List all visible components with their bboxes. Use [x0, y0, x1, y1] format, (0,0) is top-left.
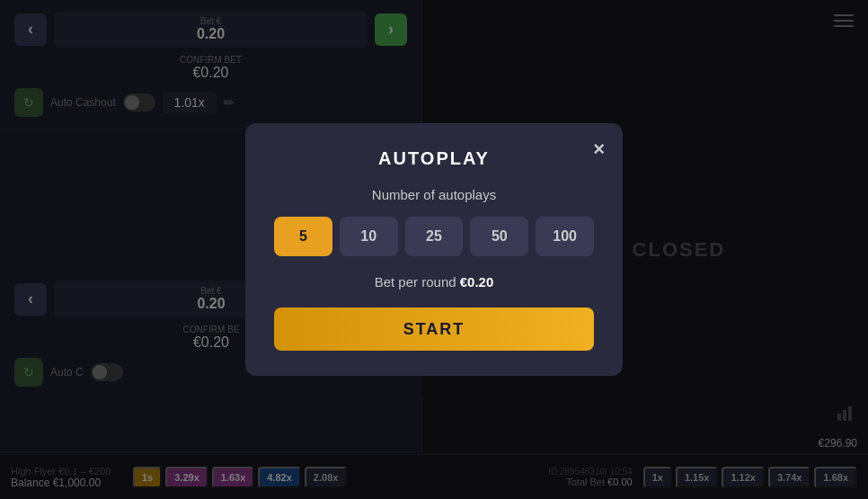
option-10[interactable]: 10 — [340, 217, 398, 256]
autoplay-modal: × AUTOPLAY Number of autoplays 5 10 25 5… — [245, 123, 623, 376]
modal-title: AUTOPLAY — [274, 148, 594, 169]
option-5[interactable]: 5 — [274, 217, 332, 256]
option-25[interactable]: 25 — [405, 217, 464, 256]
start-autoplay-button[interactable]: START — [274, 307, 594, 351]
modal-close-button[interactable]: × — [593, 138, 605, 161]
modal-subtitle: Number of autoplays — [274, 187, 594, 202]
modal-overlay: × AUTOPLAY Number of autoplays 5 10 25 5… — [0, 0, 868, 499]
bet-per-round-display: Bet per round €0.20 — [274, 274, 594, 290]
autoplay-options: 5 10 25 50 100 — [274, 217, 594, 256]
game-background: ‹ Bet € 0.20 › CONFIRM BET €0.20 ↻ Auto … — [0, 0, 868, 499]
bet-per-round-value: €0.20 — [460, 274, 494, 290]
option-50[interactable]: 50 — [470, 217, 528, 256]
bet-per-round-label: Bet per round — [375, 274, 456, 290]
option-100[interactable]: 100 — [536, 217, 594, 256]
